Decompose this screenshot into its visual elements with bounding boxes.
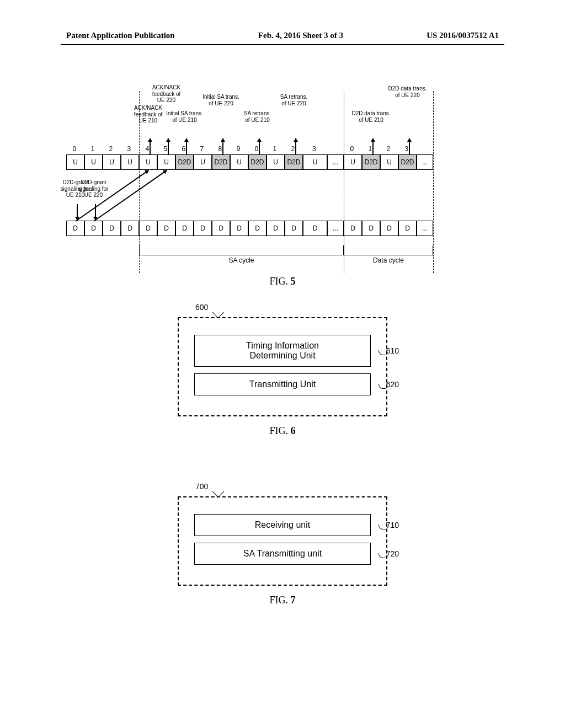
annotation-data220: D2D data trans. of UE 220: [386, 85, 430, 98]
annotation-initSA220: Initial SA trans. of UE 220: [199, 94, 243, 106]
up-arrow-icon: [369, 138, 374, 154]
subframe-index: 2: [109, 145, 113, 153]
data-cycle-brace-label: Data cycle: [344, 256, 433, 264]
downlink-cell: D: [194, 221, 212, 236]
subframe-index: 3: [127, 145, 131, 153]
annotation-reSA210: SA retrans. of UE 210: [236, 110, 280, 123]
header-left: Patent Application Publication: [66, 31, 175, 40]
uplink-d2d-cell: D2D: [248, 154, 266, 170]
downlink-cell: D: [157, 221, 175, 236]
unit-sa-transmitting: SA Transmitting unit 720: [194, 543, 371, 565]
figure-7-container: Receiving unit 710 SA Transmitting unit …: [178, 496, 387, 586]
figure-6: 600 Timing Information Determining Unit …: [0, 317, 565, 437]
downlink-cell: D: [398, 221, 417, 236]
subframe-index: 9: [237, 145, 241, 153]
downlink-cell: D: [380, 221, 398, 236]
downlink-cell: D: [175, 221, 194, 236]
figure-6-ref: 600: [195, 303, 208, 312]
downlink-cell: D: [248, 221, 266, 236]
downlink-cell: D: [266, 221, 285, 236]
uplink-cell: U: [121, 154, 139, 170]
annotation-ack220: ACK/NACK feedback of UE 220: [145, 84, 189, 104]
uplink-cell: ...: [327, 154, 344, 170]
unit-timing-information: Timing Information Determining Unit 610: [194, 335, 371, 367]
header-right: US 2016/0037512 A1: [427, 31, 499, 40]
up-arrow-icon: [291, 138, 297, 154]
figure-7-ref: 700: [195, 482, 208, 491]
subframe-index: 1: [91, 145, 95, 153]
subframe-index: 0: [350, 145, 354, 153]
annotation-reSA220: SA retrans. of UE 220: [272, 94, 316, 106]
uplink-d2d-cell: D2D: [285, 154, 303, 170]
uplink-cell: U: [139, 154, 157, 170]
subframe-index: 0: [73, 145, 77, 153]
data-cycle-brace: [344, 245, 433, 255]
uplink-cell: U: [103, 154, 121, 170]
up-arrow-icon: [255, 138, 260, 154]
unit-receiving: Receiving unit 710: [194, 514, 371, 536]
figure-7-caption: FIG. 7: [178, 595, 387, 606]
uplink-cell: U: [344, 154, 362, 170]
downlink-cell: D: [66, 221, 84, 236]
header-center: Feb. 4, 2016 Sheet 3 of 3: [258, 31, 343, 40]
up-arrow-icon: [164, 138, 169, 154]
downlink-cell: D: [103, 221, 121, 236]
uplink-cell: U: [157, 154, 175, 170]
uplink-d2d-cell: D2D: [398, 154, 417, 170]
page-header: Patent Application Publication Feb. 4, 2…: [0, 31, 565, 40]
up-arrow-icon: [405, 138, 411, 154]
guide-end: [433, 91, 434, 273]
uplink-d2d-cell: D2D: [175, 154, 194, 170]
downlink-cell: ...: [417, 221, 433, 236]
downlink-cell: D: [139, 221, 157, 236]
annotation-data210: D2D data trans. of UE 210: [349, 110, 393, 123]
uplink-cell: U: [66, 154, 84, 170]
downlink-cell: D: [303, 221, 327, 236]
downlink-cell: D: [84, 221, 103, 236]
figure-5-diagram: UUUUUUD2DUD2DUD2DUD2DU...UD2DUD2D...0123…: [66, 91, 497, 279]
uplink-cell: U: [230, 154, 248, 170]
uplink-d2d-cell: D2D: [362, 154, 380, 170]
up-arrow-icon: [182, 138, 188, 154]
subframe-index: 7: [200, 145, 204, 153]
downlink-cell: D: [344, 221, 362, 236]
figure-7: 700 Receiving unit 710 SA Transmitting u…: [0, 496, 565, 606]
annotation-initSA210: Initial SA trans. of UE 210: [163, 110, 207, 123]
downlink-cell: ...: [327, 221, 344, 236]
sa-cycle-brace: [139, 245, 344, 255]
figure-6-container: Timing Information Determining Unit 610 …: [178, 317, 387, 416]
up-arrow-icon: [218, 138, 224, 154]
figure-5-caption: FIG. 5: [0, 276, 565, 287]
downlink-cell: D: [285, 221, 303, 236]
uplink-cell: ...: [417, 154, 433, 170]
down-arrow-icon: [73, 204, 78, 221]
downlink-cell: D: [362, 221, 380, 236]
uplink-d2d-cell: D2D: [212, 154, 230, 170]
downlink-cell: D: [212, 221, 230, 236]
uplink-cell: U: [266, 154, 285, 170]
header-rule: [61, 44, 504, 45]
figure-6-caption: FIG. 6: [178, 425, 387, 437]
uplink-cell: U: [84, 154, 103, 170]
uplink-cell: U: [303, 154, 327, 170]
unit-transmitting: Transmitting Unit 620: [194, 373, 371, 395]
downlink-cell: D: [121, 221, 139, 236]
subframe-index: 3: [312, 145, 316, 153]
annotation-grant220: D2D-grant signaling for UE 220: [76, 179, 112, 199]
up-arrow-icon: [146, 138, 151, 154]
uplink-cell: U: [194, 154, 212, 170]
sa-cycle-brace-label: SA cycle: [139, 256, 344, 264]
uplink-cell: U: [380, 154, 398, 170]
downlink-cell: D: [230, 221, 248, 236]
subframe-index: 1: [273, 145, 277, 153]
subframe-index: 2: [387, 145, 391, 153]
